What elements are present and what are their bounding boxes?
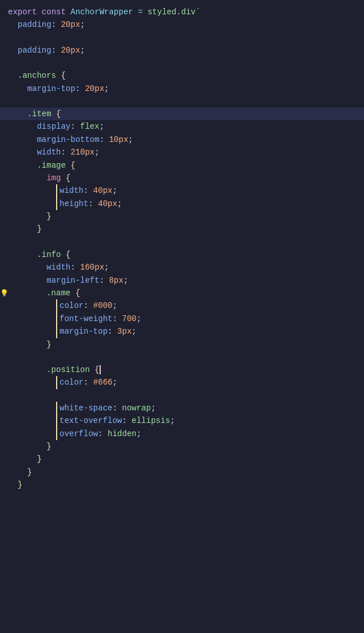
line-content: }: [8, 210, 52, 223]
code-line: [0, 236, 364, 248]
value-num-token: 210px: [70, 146, 94, 159]
semicolon-token: ;: [80, 44, 85, 57]
code-line: }: [0, 210, 364, 223]
punctuation-token: [76, 120, 80, 133]
colon-token: :: [52, 44, 56, 57]
semicolon-token: ;: [136, 312, 141, 325]
punctuation-token: [103, 428, 108, 440]
property-token: color: [60, 299, 84, 312]
code-line: export const AnchorWrapper = styled.div`: [0, 6, 364, 18]
class-selector-token: .image: [37, 159, 65, 172]
code-line: padding: 20px;: [0, 18, 364, 31]
code-line: margin-top: 3px;: [0, 325, 364, 338]
punctuation-token: [66, 146, 70, 159]
brace-token: {: [66, 172, 70, 184]
property-token: width: [46, 261, 70, 274]
value-num-token: 20px: [61, 18, 80, 31]
styled-token: div: [181, 6, 196, 18]
code-line: .anchors {: [0, 69, 364, 82]
bulb-icon[interactable]: 💡: [0, 288, 9, 299]
line-content: padding: 20px;: [8, 44, 85, 57]
property-token: width: [37, 146, 61, 159]
line-content: font-weight: 700;: [8, 312, 141, 325]
semicolon-token: ;: [136, 428, 141, 440]
property-token: height: [60, 197, 88, 210]
code-line: text-overflow: ellipsis;: [0, 414, 364, 427]
equals-token: =: [138, 6, 143, 18]
property-token: display: [37, 120, 70, 133]
code-line: img {: [0, 172, 364, 184]
semicolon-token: ;: [112, 376, 117, 389]
value-num-token: 3px: [117, 325, 132, 338]
code-line: [0, 389, 364, 402]
code-line: padding: 20px;: [0, 44, 364, 57]
punctuation-token: [90, 363, 94, 376]
semicolon-token: ;: [100, 120, 104, 133]
code-line: [0, 95, 364, 108]
line-content: }: [8, 440, 52, 453]
code-line: .item {: [0, 108, 364, 120]
code-line: .info {: [0, 248, 364, 261]
brace-token: }: [37, 453, 41, 465]
punctuation-token: [104, 133, 109, 146]
semicolon-token: ;: [112, 184, 117, 197]
semicolon-token: ;: [124, 274, 128, 287]
semicolon-token: ;: [151, 402, 156, 414]
backtick-token: `: [196, 6, 200, 18]
colon-token: :: [112, 402, 117, 414]
punctuation-token: [70, 287, 75, 299]
colon-token: :: [84, 376, 88, 389]
class-selector-token: .item: [27, 108, 52, 120]
line-content: }: [8, 478, 22, 491]
value-num-token: 700: [122, 312, 136, 325]
line-content: margin-left: 8px;: [8, 274, 128, 287]
line-content: width: 210px;: [8, 146, 100, 159]
colon-token: :: [84, 184, 88, 197]
colon-token: :: [70, 261, 75, 274]
line-content: margin-top: 3px;: [8, 325, 136, 338]
punctuation-token: [56, 18, 61, 31]
code-line: .position {: [0, 363, 364, 376]
class-selector-token: .name: [46, 287, 70, 299]
brace-token: {: [66, 248, 70, 261]
code-line: [0, 57, 364, 69]
brace-token: {: [76, 287, 80, 299]
punctuation-token: [112, 325, 117, 338]
line-content: .anchors {: [8, 69, 66, 82]
colon-token: :: [100, 274, 104, 287]
punctuation-token: [37, 6, 41, 18]
line-content: .position {: [8, 363, 101, 376]
property-token: text-overflow: [60, 414, 122, 427]
line-content: margin-bottom: 10px;: [8, 133, 133, 146]
value-num-token: 20px: [85, 82, 104, 95]
punctuation-token: [88, 376, 93, 389]
class-selector-token: .info: [37, 248, 61, 261]
semicolon-token: ;: [80, 18, 85, 31]
code-line: [0, 31, 364, 44]
line-content: .item {: [8, 108, 61, 120]
property-token: margin-top: [60, 325, 108, 338]
code-line: margin-left: 8px;: [0, 274, 364, 287]
value-num-token: 20px: [61, 44, 80, 57]
line-content: padding: 20px;: [8, 18, 85, 31]
code-line: font-weight: 700;: [0, 312, 364, 325]
code-line: display: flex;: [0, 120, 364, 133]
punctuation-token: [104, 274, 109, 287]
line-content: display: flex;: [8, 120, 104, 133]
punctuation-token: [66, 159, 70, 172]
punctuation-token: [80, 82, 85, 95]
text-cursor: [100, 365, 101, 374]
code-line: white-space: nowrap;: [0, 402, 364, 414]
punctuation-token: [127, 414, 132, 427]
brace-token: }: [27, 466, 32, 478]
value-str-token: hidden: [108, 428, 136, 440]
brace-token: }: [18, 478, 22, 491]
code-line: height: 40px;: [0, 197, 364, 210]
colon-token: :: [122, 414, 126, 427]
colon-token: :: [84, 299, 88, 312]
code-line: overflow: hidden;: [0, 428, 364, 440]
property-token: color: [60, 376, 84, 389]
colon-token: :: [52, 18, 56, 31]
punctuation-token: [133, 6, 137, 18]
punctuation-token: [66, 6, 70, 18]
